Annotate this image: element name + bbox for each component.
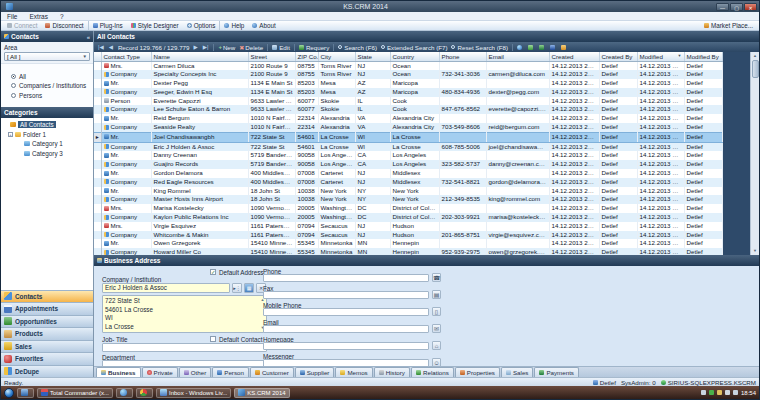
filter-radio[interactable]: Persons: [11, 92, 91, 99]
market-place-button[interactable]: Market Place...: [700, 21, 757, 30]
column-header[interactable]: Contact Type: [101, 52, 151, 61]
menu-item[interactable]: Extras: [23, 13, 53, 20]
table-row[interactable]: Mr. Danny Creenan 5719 Bandera St 90058 …: [94, 151, 722, 160]
extended-search-button[interactable]: Extended Search (F7): [379, 44, 450, 51]
toolbar-button[interactable]: Connect: [3, 21, 41, 30]
homepage-icon[interactable]: ⌂: [432, 341, 441, 350]
taskbar-button[interactable]: [17, 388, 34, 398]
edit-button[interactable]: Edit: [270, 44, 292, 51]
search-button[interactable]: Search (F6): [336, 44, 379, 51]
tray-app-icon[interactable]: [709, 390, 714, 395]
table-row[interactable]: Mr. Joel Chandisawangbh 722 State St 546…: [94, 132, 722, 142]
tree-item[interactable]: Category 3: [3, 149, 93, 159]
table-row[interactable]: Mrs. Carmen Diluca 2100 Route 9 08755 To…: [94, 61, 722, 70]
last-record-button[interactable]: ▶|: [201, 44, 212, 50]
detail-tab[interactable]: Payments: [534, 367, 579, 377]
mobile-phone-icon[interactable]: ▯: [432, 307, 441, 316]
field-input[interactable]: [263, 359, 429, 366]
detail-tab[interactable]: Customer: [250, 367, 294, 377]
table-row[interactable]: Company Master Hosts Inns Airport 18 Joh…: [94, 195, 722, 204]
table-row[interactable]: Person Everette Capozzi 9633 Lawler Ave …: [94, 97, 722, 106]
table-row[interactable]: Company Kaylon Public Relations Inc 1090…: [94, 213, 722, 222]
tree-item[interactable]: Category 1: [3, 139, 93, 149]
company-dropdown-button[interactable]: ▸⋮: [232, 283, 242, 293]
sidebar-nav-item[interactable]: Favorites: [1, 352, 93, 365]
sidebar-nav-item[interactable]: Products: [1, 327, 93, 340]
table-row[interactable]: Mrs. Virgie Esquivez 1161 Paterson Plan.…: [94, 222, 722, 231]
filter-radio[interactable]: Companies / Institutions: [11, 82, 91, 89]
area-select[interactable]: [ All ] ▼: [4, 52, 90, 61]
export-button[interactable]: [526, 45, 537, 50]
table-row[interactable]: Company Red Eagle Resources 400 Middlese…: [94, 178, 722, 187]
sidebar-nav-item[interactable]: Appointments: [1, 302, 93, 315]
column-header[interactable]: Modified▼: [637, 52, 684, 61]
tray-expand-icon[interactable]: [701, 390, 706, 395]
sidebar-nav-item[interactable]: Sales: [1, 340, 93, 353]
taskbar-button[interactable]: Inbox - Windows Liv...: [156, 388, 231, 398]
column-header[interactable]: Email: [486, 52, 549, 61]
column-header[interactable]: Street: [248, 52, 295, 61]
field-input[interactable]: [263, 325, 429, 333]
minimize-button[interactable]: —: [716, 3, 729, 11]
company-input[interactable]: Eric J Holden & Assoc: [102, 283, 230, 293]
table-row[interactable]: Mr. Gordon Delamora 400 Middlesex Ave 07…: [94, 169, 722, 178]
requery-button[interactable]: Requery: [297, 44, 331, 51]
toolbar-button[interactable]: Style Designer: [127, 21, 183, 30]
department-input[interactable]: [102, 360, 267, 366]
column-header[interactable]: ZIP Co...: [295, 52, 318, 61]
close-button[interactable]: ✕: [744, 3, 757, 11]
column-header[interactable]: City: [318, 52, 355, 61]
default-contact-checkbox[interactable]: [210, 336, 216, 342]
toolbar-button[interactable]: About: [248, 21, 279, 30]
tree-expander[interactable]: +: [8, 132, 13, 137]
table-row[interactable]: Company Howard Miller Co 15410 Minnetonk…: [94, 248, 722, 255]
detail-tab[interactable]: Relations: [411, 367, 454, 377]
tree-item[interactable]: + Folder 1: [3, 130, 93, 140]
outlook-button[interactable]: [559, 45, 570, 50]
job-title-input[interactable]: [102, 343, 267, 352]
phone-icon[interactable]: ☎: [432, 273, 441, 282]
column-header[interactable]: Country: [390, 52, 439, 61]
prev-record-button[interactable]: ◀: [107, 44, 116, 50]
field-input[interactable]: [263, 291, 429, 299]
company-select-button[interactable]: ▦: [244, 283, 254, 293]
action-center-icon[interactable]: [717, 390, 722, 395]
table-row[interactable]: Mr. King Rommel 18 John St 10038 New Yor…: [94, 187, 722, 196]
menu-item[interactable]: ?: [54, 13, 70, 20]
detail-tab[interactable]: Sales: [501, 367, 533, 377]
table-row[interactable]: Company Specialty Concepts Inc 2100 Rout…: [94, 70, 722, 79]
field-input[interactable]: [263, 342, 429, 350]
fax-icon[interactable]: ▤: [432, 290, 441, 299]
scroll-down-icon[interactable]: ▼: [753, 247, 757, 255]
sidebar-nav-item[interactable]: Opportunities: [1, 315, 93, 328]
word-export-button[interactable]: [548, 45, 559, 50]
taskbar-button[interactable]: [116, 388, 133, 398]
table-row[interactable]: Company Lee Schulte Eaton & Barron 9633 …: [94, 105, 722, 114]
volume-icon[interactable]: [733, 390, 738, 395]
start-button[interactable]: [4, 388, 14, 398]
next-record-button[interactable]: ▶: [191, 44, 200, 50]
maximize-button[interactable]: ▢: [730, 3, 743, 11]
excel-export-button[interactable]: [537, 45, 548, 50]
detail-tab[interactable]: Business: [96, 367, 141, 377]
first-record-button[interactable]: |◀: [96, 44, 107, 50]
table-row[interactable]: Mr. Owen Grzegorek 15410 Minnetonka l...…: [94, 239, 722, 248]
reset-search-button[interactable]: Reset Search (F8): [449, 44, 510, 51]
table-row[interactable]: Company Guajiro Records 5719 Bandera St …: [94, 160, 722, 169]
toolbar-button[interactable]: Options: [183, 21, 220, 30]
column-header[interactable]: Created: [549, 52, 599, 61]
collapse-panel-icon[interactable]: «: [87, 34, 90, 40]
address-textarea[interactable]: 722 State St 54601 La Crosse WI La Cross…: [102, 295, 267, 333]
menu-item[interactable]: File: [1, 13, 23, 20]
tree-item[interactable]: All Contacts: [3, 120, 93, 130]
table-row[interactable]: Company Eric J Holden & Assoc 722 State …: [94, 142, 722, 151]
column-header[interactable]: Modified By: [684, 52, 722, 61]
table-row[interactable]: Company Seaside Realty 1010 N Fairfax St…: [94, 123, 722, 132]
detail-tab[interactable]: History: [374, 367, 410, 377]
delete-button[interactable]: ✖Delete: [237, 44, 265, 51]
vertical-scrollbar[interactable]: ▲ ▼: [750, 52, 759, 255]
scrollbar-thumb[interactable]: [752, 60, 759, 78]
sidebar-nav-item[interactable]: DeDupe: [1, 365, 93, 378]
taskbar-button[interactable]: KS.CRM 2014: [234, 388, 289, 398]
detail-tab[interactable]: Private: [142, 367, 178, 377]
